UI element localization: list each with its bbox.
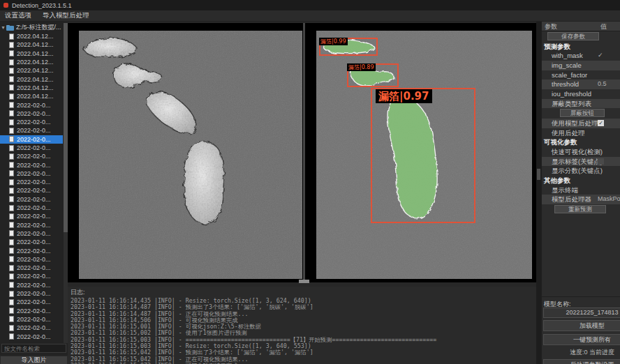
- menubar: 设置选项 导入模型后处理: [0, 10, 620, 22]
- file-icon: [9, 93, 14, 100]
- file-tree-item-label: 2022.04.12...: [17, 59, 54, 66]
- menu-settings[interactable]: 设置选项: [5, 11, 31, 20]
- param-model-postprocessor[interactable]: 模型后处理器MaskPostPro: [542, 195, 620, 204]
- source-image: [79, 31, 302, 279]
- file-tree-item[interactable]: 2022-02-0...: [0, 238, 63, 246]
- params-scrollbar[interactable]: [536, 22, 541, 364]
- params-col-value: 值: [600, 22, 607, 31]
- params-scrollbar-thumb[interactable]: [537, 169, 540, 180]
- file-tree-item[interactable]: 2022-02-0...: [0, 272, 63, 280]
- save-params-button-row: 保存参数: [542, 31, 620, 42]
- save-params-button[interactable]: 保存参数: [547, 32, 599, 40]
- detection-box-2[interactable]: 漏箔|0.89: [347, 63, 399, 87]
- param-use-model-postprocess[interactable]: 使用模型后处理✓: [542, 119, 620, 128]
- file-tree-item[interactable]: 2022-02-0...: [0, 246, 63, 255]
- file-tree-item[interactable]: 2022.04.12...: [0, 66, 63, 75]
- file-tree-item-label: 2022-02-0...: [17, 119, 51, 126]
- param-checkbox[interactable]: [598, 158, 604, 165]
- panel-splitter[interactable]: [303, 23, 305, 282]
- file-tree-item[interactable]: 2022-02-0...: [0, 264, 63, 272]
- file-icon: [9, 291, 14, 297]
- file-tree-item[interactable]: 2022-02-0...: [0, 229, 63, 238]
- search-input[interactable]: [1, 344, 66, 353]
- repredict-button[interactable]: 重新预测: [554, 205, 606, 213]
- file-tree-item[interactable]: 2022-02-0...: [0, 289, 63, 298]
- file-tree-item[interactable]: 2022.04.12...: [0, 75, 63, 83]
- param-checkbox[interactable]: ✓: [598, 120, 604, 126]
- file-tree-item[interactable]: 2022-02-0...: [0, 186, 63, 195]
- file-tree-root[interactable]: ▾Z:/5-标注数据/...: [0, 23, 63, 32]
- param-with-mask[interactable]: with_mask✓: [542, 51, 620, 61]
- param-scale-factor[interactable]: scale_factor: [542, 70, 620, 80]
- file-icon: [9, 179, 14, 185]
- param-mask-type-list[interactable]: 屏蔽类型列表: [542, 99, 620, 109]
- file-icon: [9, 299, 14, 305]
- prediction-image-panel[interactable]: 漏箔|0.99漏箔|0.89漏箔|0.97: [316, 31, 532, 279]
- file-tree-item[interactable]: 2022-02-0...: [0, 109, 63, 118]
- source-image-panel[interactable]: [79, 31, 302, 279]
- file-tree-item[interactable]: 2022-02-0...: [0, 118, 63, 126]
- param-show-labels[interactable]: 显示标签(关键点): [542, 157, 620, 167]
- param-fast-visualize[interactable]: 快速可视化(检测): [542, 147, 620, 157]
- param-label: 显示标签(关键点): [552, 158, 603, 167]
- param-use-postprocess[interactable]: 使用后处理: [542, 128, 620, 138]
- file-tree-item[interactable]: 2022-02-0...: [0, 178, 63, 186]
- detection-box-3[interactable]: 漏箔|0.97: [371, 88, 475, 223]
- file-icon: [9, 68, 14, 74]
- load-model-button[interactable]: 加载模型: [543, 320, 620, 331]
- file-tree-item[interactable]: 2022-02-0...: [0, 144, 63, 152]
- section-visualization: 可视化参数: [542, 137, 620, 147]
- file-tree-item[interactable]: 2022.04.12...: [0, 92, 63, 100]
- file-tree-item[interactable]: 2022-02-0...: [0, 126, 63, 135]
- file-tree-item[interactable]: 2022-02-0...: [0, 195, 63, 204]
- splitter-handle[interactable]: [299, 280, 309, 283]
- file-tree-item[interactable]: 2022-02-0...: [0, 204, 63, 212]
- file-tree-item[interactable]: 2022-02-0...: [0, 135, 63, 144]
- menu-import-model-postprocess[interactable]: 导入模型后处理: [43, 11, 89, 20]
- file-tree-item[interactable]: 2022-02-0...: [0, 221, 63, 229]
- file-tree-item[interactable]: 2022-02-0...: [0, 324, 63, 332]
- file-tree-item[interactable]: 2022-02-0...: [0, 281, 63, 289]
- file-tree-item[interactable]: 2022-02-0...: [0, 212, 63, 220]
- param-img-scale[interactable]: img_scale: [542, 61, 620, 70]
- file-tree-item-label: 2022-02-0...: [17, 213, 51, 220]
- predict-all-button[interactable]: 一键预测所有: [543, 334, 620, 345]
- file-tree-item-label: 2022.04.12...: [17, 33, 54, 40]
- file-tree-item[interactable]: 2022-02-0...: [0, 307, 63, 315]
- detection-label: 漏箔|0.89: [347, 63, 376, 71]
- file-tree-item[interactable]: 2022-02-0...: [0, 255, 63, 264]
- file-icon: [9, 59, 14, 66]
- file-tree-item[interactable]: 2022.04.12...: [0, 58, 63, 66]
- param-iou-threshold[interactable]: iou_threshold: [542, 89, 620, 99]
- file-icon: [9, 76, 14, 82]
- param-threshold[interactable]: threshold0.5: [542, 79, 620, 89]
- import-images-button[interactable]: 导入图片: [0, 356, 68, 364]
- param-show-terminal[interactable]: 显示终端: [542, 185, 620, 195]
- postprocess-settings-button[interactable]: 后处理参数设置: [543, 359, 620, 364]
- file-tree-item-label: 2022-02-0...: [17, 290, 51, 297]
- detection-box-1[interactable]: 漏箔|0.99: [319, 38, 378, 56]
- file-tree-item-label: 2022-02-0...: [17, 333, 51, 340]
- file-tree-item[interactable]: 2022-02-0...: [0, 315, 63, 324]
- file-tree-item[interactable]: 2022-02-0...: [0, 152, 63, 160]
- file-tree-item[interactable]: 2022.04.12...: [0, 40, 63, 49]
- file-tree-item[interactable]: 2022-02-0...: [0, 332, 63, 340]
- file-tree-item[interactable]: 2022.04.12...: [0, 84, 63, 92]
- params-panel: 参数 值 保存参数预测参数with_mask✓img_scalescale_fa…: [541, 22, 620, 364]
- file-tree-item[interactable]: 2022-02-0...: [0, 169, 63, 178]
- expand-arrow-icon[interactable]: ▾: [0, 24, 6, 31]
- file-icon: [9, 248, 14, 254]
- file-tree-item[interactable]: 2022.04.12...: [0, 50, 63, 58]
- file-tree-item[interactable]: 2022-02-0...: [0, 100, 63, 109]
- file-icon: [9, 145, 14, 151]
- file-tree-item[interactable]: 2022-02-0...: [0, 160, 63, 169]
- param-show-scores[interactable]: 显示分数(关键点): [542, 166, 620, 176]
- file-tree-item[interactable]: 2022.04.12...: [0, 32, 63, 40]
- file-icon: [9, 325, 14, 331]
- params-rows: 保存参数预测参数with_mask✓img_scalescale_factort…: [542, 31, 620, 215]
- file-icon: [9, 162, 14, 168]
- model-name-field[interactable]: 20221225_174813: [543, 308, 620, 318]
- file-tree-item[interactable]: 2022-02-0...: [0, 298, 63, 306]
- file-icon: [9, 119, 14, 126]
- mask-types-button[interactable]: 屏蔽按钮: [560, 109, 605, 117]
